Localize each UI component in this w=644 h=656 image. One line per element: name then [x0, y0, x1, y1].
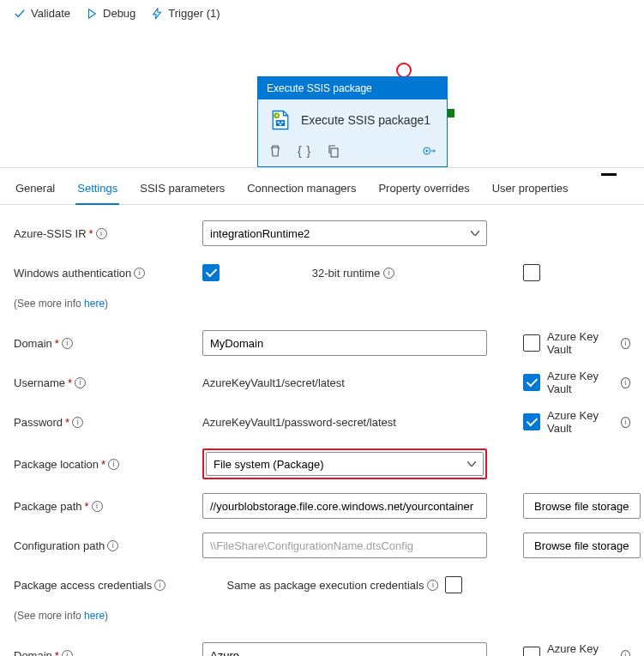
password-value: AzureKeyVault1/password-secret/latest — [202, 416, 396, 429]
username-label: Username — [14, 376, 65, 389]
same-as-checkbox[interactable] — [445, 576, 462, 593]
svg-rect-4 — [280, 123, 282, 125]
info-icon[interactable]: i — [427, 580, 438, 591]
copy-icon[interactable] — [327, 144, 340, 158]
info-icon[interactable]: i — [621, 650, 630, 657]
settings-tabs: General Settings SSIS parameters Connect… — [0, 168, 644, 205]
browse-config-button[interactable]: Browse file storage — [523, 533, 641, 558]
windows-auth-checkbox[interactable] — [202, 264, 220, 281]
username-value: AzureKeyVault1/secret/latest — [202, 376, 345, 389]
info-icon[interactable]: i — [62, 338, 73, 349]
akv-label: Azure Key Vault — [547, 330, 614, 356]
activity-footer: { } — [258, 141, 447, 166]
svg-rect-5 — [331, 148, 338, 157]
info-icon[interactable]: i — [621, 417, 630, 428]
pipeline-canvas[interactable]: Execute SSIS package Execute SSIS packag… — [0, 27, 644, 164]
tab-settings[interactable]: Settings — [75, 177, 119, 205]
info-icon[interactable]: i — [75, 377, 86, 388]
debug-label: Debug — [103, 7, 135, 20]
here-link[interactable]: here — [84, 298, 105, 310]
info-icon[interactable]: i — [621, 338, 630, 349]
trigger-button[interactable]: Trigger (1) — [151, 7, 220, 20]
info-icon[interactable]: i — [92, 501, 103, 512]
tab-connection-managers[interactable]: Connection managers — [245, 177, 358, 204]
ssis-package-icon — [268, 108, 292, 132]
azure-ssis-ir-label: Azure-SSIS IR — [14, 227, 87, 240]
password-akv-checkbox[interactable] — [523, 413, 540, 430]
svg-rect-3 — [281, 122, 284, 123]
info-icon[interactable]: i — [107, 540, 118, 551]
settings-form: Azure-SSIS IR * i integrationRuntime2 Wi… — [0, 205, 644, 656]
required-asterisk: * — [89, 227, 93, 240]
code-icon[interactable]: { } — [298, 144, 311, 158]
username-akv-checkbox[interactable] — [523, 374, 540, 391]
configuration-path-label: Configuration path — [14, 539, 105, 552]
validate-button[interactable]: Validate — [14, 7, 70, 20]
check-icon — [14, 8, 26, 20]
info-icon[interactable]: i — [154, 580, 166, 591]
see-more-info: (See more info here) — [14, 298, 108, 310]
top-toolbar: Validate Debug Trigger (1) — [0, 0, 644, 27]
info-icon[interactable]: i — [383, 268, 394, 279]
tab-ssis-parameters[interactable]: SSIS parameters — [138, 177, 226, 204]
expand-icon[interactable] — [423, 144, 436, 158]
akv-label: Azure Key Vault — [547, 370, 614, 395]
see-more-info-2: (See more info here) — [14, 610, 108, 622]
trigger-label: Trigger (1) — [168, 7, 220, 20]
same-as-label: Same as package execution credentials — [227, 579, 424, 592]
info-icon[interactable]: i — [108, 459, 119, 470]
browse-package-button[interactable]: Browse file storage — [523, 493, 641, 519]
info-icon[interactable]: i — [62, 650, 73, 657]
package-location-label: Package location — [14, 458, 99, 471]
domain-label: Domain — [14, 337, 52, 350]
akv-label: Azure Key Vault — [547, 409, 614, 435]
domain2-label: Domain — [14, 649, 52, 657]
debug-button[interactable]: Debug — [86, 7, 135, 20]
info-icon[interactable]: i — [96, 228, 107, 239]
domain2-akv-checkbox[interactable] — [523, 647, 540, 656]
tab-user-properties[interactable]: User properties — [491, 177, 570, 204]
domain2-input[interactable] — [202, 642, 487, 656]
configuration-path-input[interactable] — [202, 533, 487, 558]
tab-overflow-indicator — [601, 173, 617, 176]
tab-general[interactable]: General — [14, 177, 57, 204]
here-link-2[interactable]: here — [84, 610, 105, 622]
svg-rect-2 — [278, 122, 280, 123]
tab-property-overrides[interactable]: Property overrides — [376, 177, 471, 204]
domain-akv-checkbox[interactable] — [523, 334, 540, 352]
activity-header: Execute SSIS package — [258, 77, 447, 99]
domain-input[interactable] — [202, 330, 487, 356]
activity-body: Execute SSIS package1 — [258, 99, 447, 141]
azure-ssis-ir-select[interactable]: integrationRuntime2 — [202, 220, 487, 246]
info-icon[interactable]: i — [72, 417, 83, 428]
validate-label: Validate — [31, 7, 70, 20]
play-icon — [86, 8, 98, 20]
activity-name: Execute SSIS package1 — [301, 113, 430, 127]
windows-auth-label: Windows authentication — [14, 267, 131, 280]
password-label: Password — [14, 416, 63, 429]
akv-label: Azure Key Vault — [547, 642, 614, 656]
info-icon[interactable]: i — [134, 268, 145, 279]
package-path-label: Package path — [14, 500, 82, 513]
package-access-label: Package access credentials — [14, 579, 152, 592]
lightning-icon — [151, 8, 163, 20]
bit32-checkbox[interactable] — [523, 264, 540, 281]
bit32-label: 32-bit runtime — [312, 267, 380, 280]
package-location-select[interactable]: File system (Package) — [206, 452, 484, 476]
info-icon[interactable]: i — [621, 377, 630, 388]
delete-icon[interactable] — [268, 144, 282, 158]
ssis-activity-node[interactable]: Execute SSIS package Execute SSIS packag… — [257, 76, 448, 167]
package-path-input[interactable] — [202, 493, 487, 519]
